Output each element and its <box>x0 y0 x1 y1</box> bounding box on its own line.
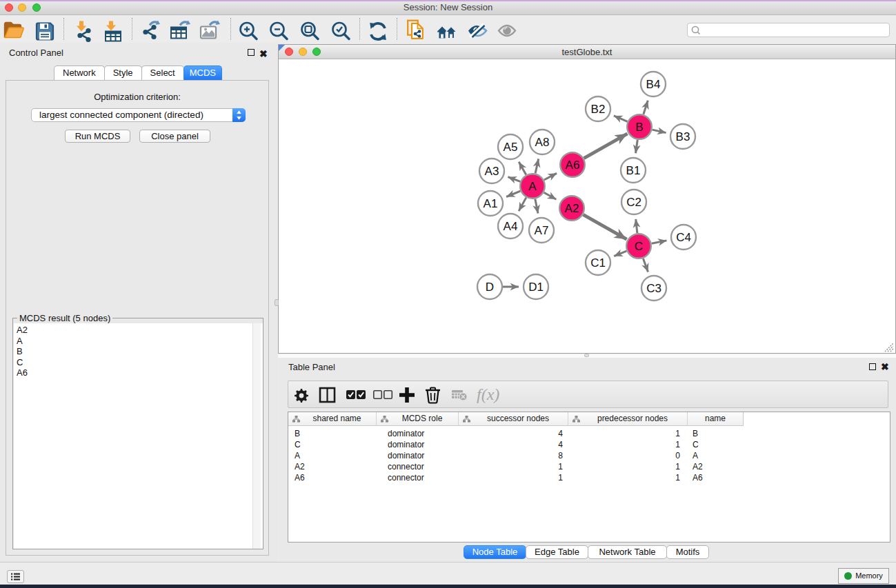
svg-text:A5: A5 <box>504 141 518 154</box>
svg-text:D: D <box>486 281 494 294</box>
svg-text:C3: C3 <box>646 282 661 295</box>
svg-text:A6: A6 <box>566 159 580 172</box>
svg-text:B: B <box>635 121 643 134</box>
svg-text:B1: B1 <box>626 164 641 177</box>
svg-text:C2: C2 <box>626 196 641 209</box>
svg-text:B2: B2 <box>591 103 606 116</box>
svg-text:A4: A4 <box>504 220 518 233</box>
svg-text:B3: B3 <box>676 130 690 143</box>
svg-text:A: A <box>528 180 537 193</box>
svg-text:C: C <box>635 240 643 253</box>
svg-text:C1: C1 <box>590 256 606 270</box>
svg-text:A3: A3 <box>485 165 499 178</box>
svg-text:f(x): f(x) <box>477 385 499 403</box>
svg-text:B4: B4 <box>646 78 661 91</box>
svg-text:A7: A7 <box>535 224 549 237</box>
svg-text:A8: A8 <box>535 136 550 149</box>
svg-text:A2: A2 <box>565 202 579 215</box>
svg-text:A1: A1 <box>484 197 498 210</box>
svg-text:D1: D1 <box>528 281 544 294</box>
svg-text:C4: C4 <box>676 231 691 244</box>
